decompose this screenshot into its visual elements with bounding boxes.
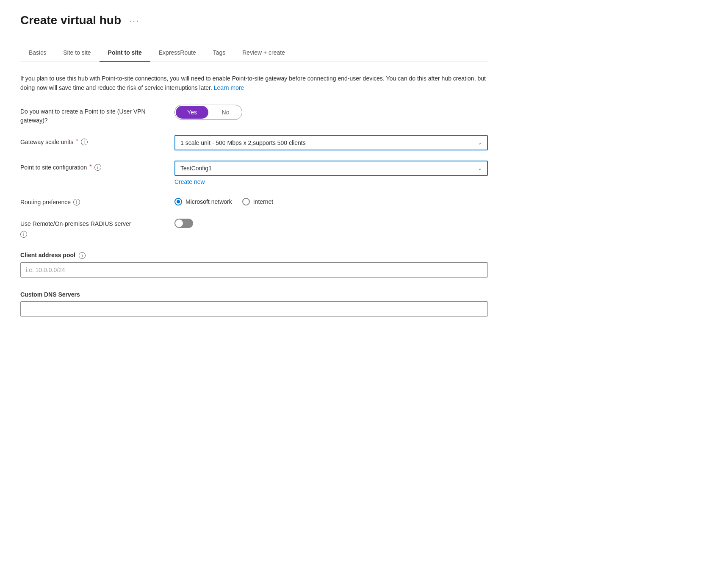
- radius-switch-track[interactable]: [174, 219, 193, 228]
- client-address-pool-heading: Client address pool i: [20, 251, 488, 259]
- p2s-config-chevron-icon: ⌄: [478, 165, 482, 171]
- tab-review-create[interactable]: Review + create: [234, 44, 293, 62]
- create-p2s-row: Do you want to create a Point to site (U…: [20, 105, 488, 125]
- tab-point-to-site[interactable]: Point to site: [100, 44, 150, 62]
- custom-dns-section: Custom DNS Servers: [20, 291, 488, 317]
- routing-preference-control: Microsoft network Internet: [174, 195, 488, 206]
- custom-dns-input[interactable]: [20, 301, 488, 317]
- radius-toggle[interactable]: [174, 219, 488, 228]
- client-address-pool-info-icon[interactable]: i: [79, 252, 86, 259]
- client-address-pool-input[interactable]: [20, 262, 488, 278]
- gateway-scale-control: 1 scale unit - 500 Mbps x 2,supports 500…: [174, 135, 488, 150]
- radius-server-row: Use Remote/On-premises RADIUS server i: [20, 217, 488, 238]
- p2s-config-control: TestConfig1 ⌄ Create new: [174, 161, 488, 185]
- radius-switch-knob: [175, 219, 183, 227]
- gateway-scale-info-icon[interactable]: i: [81, 139, 88, 145]
- tab-site-to-site[interactable]: Site to site: [55, 44, 99, 62]
- gateway-scale-label: Gateway scale units * i: [20, 135, 164, 147]
- no-button[interactable]: No: [209, 105, 242, 119]
- radius-server-label: Use Remote/On-premises RADIUS server i: [20, 217, 164, 238]
- required-star: *: [76, 138, 78, 144]
- gateway-scale-row: Gateway scale units * i 1 scale unit - 5…: [20, 135, 488, 150]
- routing-preference-radio-group: Microsoft network Internet: [174, 195, 488, 206]
- radio-internet[interactable]: Internet: [242, 198, 273, 206]
- routing-preference-info-icon[interactable]: i: [73, 199, 80, 206]
- radius-server-info-icon[interactable]: i: [20, 231, 27, 238]
- p2s-config-dropdown[interactable]: TestConfig1 ⌄: [174, 161, 488, 176]
- p2s-config-value: TestConfig1: [180, 165, 212, 172]
- p2s-config-row: Point to site configuration * i TestConf…: [20, 161, 488, 185]
- radio-internet-label: Internet: [253, 198, 273, 205]
- radius-server-control: [174, 217, 488, 228]
- routing-preference-label: Routing preference i: [20, 195, 164, 207]
- radio-internet-circle: [242, 198, 250, 206]
- tab-tags[interactable]: Tags: [205, 44, 234, 62]
- custom-dns-heading: Custom DNS Servers: [20, 291, 488, 298]
- radio-microsoft-network-circle: [174, 198, 182, 206]
- tab-bar: Basics Site to site Point to site Expres…: [20, 44, 488, 62]
- gateway-scale-value: 1 scale unit - 500 Mbps x 2,supports 500…: [180, 139, 306, 146]
- radio-microsoft-network-label: Microsoft network: [185, 198, 232, 205]
- page-title: Create virtual hub: [20, 14, 121, 27]
- tab-expressroute[interactable]: ExpressRoute: [150, 44, 205, 62]
- page-header: Create virtual hub ···: [20, 14, 488, 27]
- description-text: If you plan to use this hub with Point-t…: [20, 74, 486, 93]
- p2s-required-star: *: [89, 163, 91, 170]
- create-p2s-control: Yes No: [174, 105, 488, 120]
- yes-no-toggle[interactable]: Yes No: [174, 105, 242, 120]
- learn-more-link[interactable]: Learn more: [214, 84, 244, 91]
- form-section: Do you want to create a Point to site (U…: [20, 105, 488, 317]
- gateway-scale-dropdown[interactable]: 1 scale unit - 500 Mbps x 2,supports 500…: [174, 135, 488, 150]
- client-address-pool-section: Client address pool i: [20, 251, 488, 278]
- ellipsis-button[interactable]: ···: [126, 14, 143, 27]
- p2s-config-label: Point to site configuration * i: [20, 161, 164, 172]
- yes-button[interactable]: Yes: [176, 106, 208, 119]
- tab-basics[interactable]: Basics: [20, 44, 55, 62]
- create-p2s-label: Do you want to create a Point to site (U…: [20, 105, 164, 125]
- p2s-config-info-icon[interactable]: i: [94, 164, 101, 171]
- radio-microsoft-network[interactable]: Microsoft network: [174, 198, 232, 206]
- gateway-scale-chevron-icon: ⌄: [478, 140, 482, 146]
- create-new-link[interactable]: Create new: [174, 178, 205, 185]
- routing-preference-row: Routing preference i Microsoft network I…: [20, 195, 488, 207]
